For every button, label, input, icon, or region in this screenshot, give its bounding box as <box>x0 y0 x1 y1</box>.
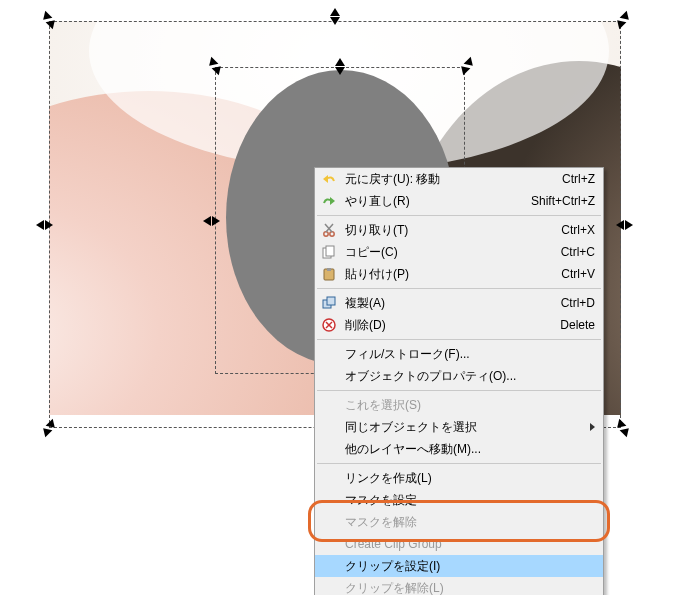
svg-point-4 <box>324 232 328 236</box>
menu-item-objprops[interactable]: オブジェクトのプロパティ(O)... <box>315 365 603 387</box>
menu-item-releasemask: マスクを解除 <box>315 511 603 533</box>
menu-item-label: コピー(C) <box>339 244 551 261</box>
svg-rect-7 <box>326 246 334 256</box>
inner-handle-nw[interactable] <box>207 59 221 73</box>
menu-item-duplicate[interactable]: 複製(A)Ctrl+D <box>315 292 603 314</box>
duplicate-icon <box>319 295 339 311</box>
menu-item-shortcut: Ctrl+V <box>551 267 595 281</box>
menu-item-undo[interactable]: 元に戻す(U): 移動Ctrl+Z <box>315 168 603 190</box>
blank-icon <box>319 558 339 574</box>
menu-item-copy[interactable]: コピー(C)Ctrl+C <box>315 241 603 263</box>
menu-item-label: 貼り付け(P) <box>339 266 551 283</box>
menu-item-shortcut: Shift+Ctrl+Z <box>521 194 595 208</box>
handle-ne[interactable] <box>615 13 629 27</box>
menu-item-label: クリップを解除(L) <box>339 580 585 596</box>
menu-separator <box>317 339 601 340</box>
handle-sw[interactable] <box>41 421 55 435</box>
menu-item-releaseclip: クリップを解除(L) <box>315 577 603 595</box>
svg-rect-11 <box>327 297 335 305</box>
blank-icon <box>319 536 339 552</box>
blank-icon <box>319 419 339 435</box>
blank-icon <box>319 580 339 595</box>
menu-item-cut[interactable]: 切り取り(T)Ctrl+X <box>315 219 603 241</box>
blank-icon <box>319 492 339 508</box>
delete-icon <box>319 317 339 333</box>
blank-icon <box>319 514 339 530</box>
menu-item-paste[interactable]: 貼り付け(P)Ctrl+V <box>315 263 603 285</box>
svg-rect-9 <box>327 268 331 271</box>
menu-item-selectsame[interactable]: 同じオブジェクトを選択 <box>315 416 603 438</box>
menu-separator <box>317 288 601 289</box>
copy-icon <box>319 244 339 260</box>
menu-item-label: 同じオブジェクトを選択 <box>339 419 585 436</box>
menu-item-shortcut: Ctrl+D <box>551 296 595 310</box>
menu-item-label: 複製(A) <box>339 295 551 312</box>
menu-item-selectthis: これを選択(S) <box>315 394 603 416</box>
menu-item-label: 切り取り(T) <box>339 222 551 239</box>
menu-item-label: フィル/ストローク(F)... <box>339 346 585 363</box>
menu-item-shortcut: Ctrl+X <box>551 223 595 237</box>
menu-item-delete[interactable]: 削除(D)Delete <box>315 314 603 336</box>
menu-item-label: オブジェクトのプロパティ(O)... <box>339 368 585 385</box>
menu-item-label: クリップを設定(I) <box>339 558 585 575</box>
svg-point-5 <box>330 232 334 236</box>
blank-icon <box>319 346 339 362</box>
menu-item-label: これを選択(S) <box>339 397 585 414</box>
menu-separator <box>317 463 601 464</box>
menu-item-label: マスクを解除 <box>339 514 585 531</box>
menu-item-label: 他のレイヤーへ移動(M)... <box>339 441 585 458</box>
menu-item-fillstroke[interactable]: フィル/ストローク(F)... <box>315 343 603 365</box>
menu-item-shortcut: Ctrl+C <box>551 245 595 259</box>
blank-icon <box>319 368 339 384</box>
menu-item-label: マスクを設定 <box>339 492 585 509</box>
menu-item-label: 元に戻す(U): 移動 <box>339 171 552 188</box>
paste-icon <box>319 266 339 282</box>
menu-item-makelink[interactable]: リンクを作成(L) <box>315 467 603 489</box>
blank-icon <box>319 441 339 457</box>
undo-icon <box>319 171 339 187</box>
menu-separator <box>317 215 601 216</box>
menu-item-label: 削除(D) <box>339 317 550 334</box>
context-menu: 元に戻す(U): 移動Ctrl+Zやり直し(R)Shift+Ctrl+Z切り取り… <box>314 167 604 595</box>
menu-item-clipgroup: Create Clip Group <box>315 533 603 555</box>
menu-item-shortcut: Ctrl+Z <box>552 172 595 186</box>
inner-handle-ne[interactable] <box>459 59 473 73</box>
blank-icon <box>319 470 339 486</box>
menu-item-redo[interactable]: やり直し(R)Shift+Ctrl+Z <box>315 190 603 212</box>
menu-item-label: やり直し(R) <box>339 193 521 210</box>
blank-icon <box>319 397 339 413</box>
menu-item-setmask[interactable]: マスクを設定 <box>315 489 603 511</box>
redo-icon <box>319 193 339 209</box>
menu-item-shortcut: Delete <box>550 318 595 332</box>
menu-separator <box>317 390 601 391</box>
menu-item-movelayer[interactable]: 他のレイヤーへ移動(M)... <box>315 438 603 460</box>
menu-item-setclip[interactable]: クリップを設定(I) <box>315 555 603 577</box>
handle-se[interactable] <box>615 421 629 435</box>
menu-item-label: Create Clip Group <box>339 537 585 551</box>
menu-item-label: リンクを作成(L) <box>339 470 585 487</box>
cut-icon <box>319 222 339 238</box>
handle-nw[interactable] <box>41 13 55 27</box>
